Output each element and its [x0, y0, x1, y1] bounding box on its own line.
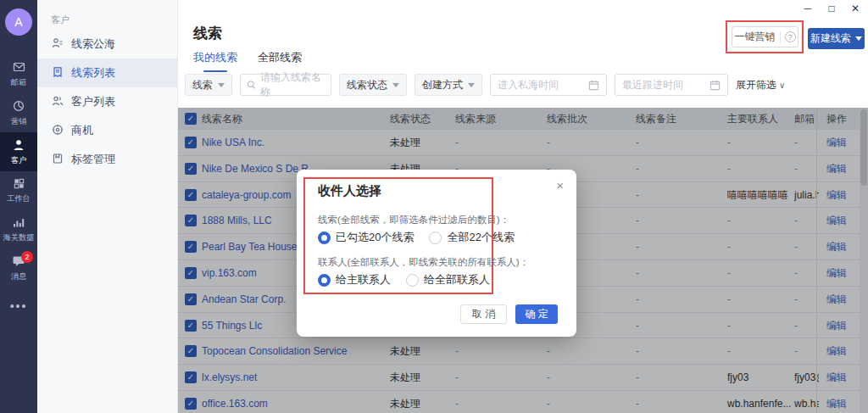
private-sea-time-placeholder: 进入私海时间 [498, 78, 559, 92]
radio-all-leads[interactable]: 全部22个线索 [429, 230, 514, 245]
lead-status-dropdown[interactable]: 线索状态 [339, 74, 407, 96]
bookmark-icon [52, 153, 64, 167]
rail-item-label: 营销 [11, 116, 26, 127]
modal-close-icon[interactable]: × [556, 178, 564, 193]
create-method-dropdown-label: 创建方式 [422, 78, 463, 92]
radio-off-icon[interactable] [406, 274, 419, 287]
mail-icon [12, 60, 26, 74]
expand-filters-link[interactable]: 展开筛选 ∨ [736, 78, 785, 92]
last-followup-time-placeholder: 最近跟进时间 [622, 78, 683, 92]
rail-item-label: 邮箱 [11, 77, 26, 88]
sidebar-nav: 线索公海线索列表客户列表商机标签管理 [37, 30, 177, 174]
rail-item-label: 海关数据 [3, 232, 35, 243]
radio-on-icon[interactable] [318, 232, 331, 244]
pie-chart-icon [12, 99, 25, 113]
private-sea-time-input[interactable]: 进入私海时间 [490, 74, 607, 96]
button-divider [780, 31, 781, 43]
more-menu-button[interactable]: ••• [0, 299, 37, 313]
close-button[interactable]: ✕ [848, 2, 863, 15]
lead-scope-label: 线索(全部线索，即筛选条件过滤后的数目)： [318, 214, 509, 226]
chevron-down-icon [468, 83, 475, 87]
new-lead-label: 新建线索 [810, 31, 851, 46]
contact-scope-label: 联系人(全部联系人，即线索关联的所有联系人)： [318, 256, 529, 269]
message-badge: 2 [21, 251, 33, 263]
sidebar-item-label: 标签管理 [71, 152, 115, 167]
search-placeholder: 请输入线索名称 [260, 70, 325, 99]
rail-item-mail[interactable]: 邮箱 [0, 54, 37, 93]
rail-item-customers[interactable]: 客户 [0, 132, 37, 171]
lead-field-dropdown-label: 线索 [192, 78, 213, 92]
last-followup-time-input[interactable]: 最近跟进时间 [615, 74, 728, 96]
window-controls: ─ □ ✕ [800, 2, 863, 15]
radio-primary-contact[interactable]: 给主联系人 [318, 272, 391, 287]
create-method-dropdown[interactable]: 创建方式 [415, 74, 482, 96]
new-lead-button[interactable]: 新建线索 [808, 28, 865, 49]
sidebar-item-label: 线索公海 [71, 36, 115, 52]
lead-field-dropdown[interactable]: 线索 [185, 74, 232, 96]
radio-on-icon[interactable] [318, 274, 331, 287]
radio-primary-contact-label: 给主联系人 [336, 272, 391, 287]
filter-bar: 线索 请输入线索名称 线索状态 创建方式 进入私海时间 最近跟进时间 展开筛选 … [185, 74, 785, 96]
modal-footer: 取 消 确 定 [460, 304, 558, 324]
radio-selected-leads-label: 已勾选20个线索 [336, 230, 414, 245]
rail-item-messages[interactable]: 消息2 [0, 248, 37, 287]
sidebar-item-lead-list[interactable]: 线索列表 [37, 59, 177, 87]
chevron-down-icon [218, 83, 225, 87]
radio-all-leads-label: 全部22个线索 [447, 230, 514, 245]
avatar[interactable]: A [5, 8, 32, 36]
page-title: 线索 [193, 24, 222, 43]
modal-title: 收件人选择 [318, 183, 381, 199]
one-click-marketing-label: 一键营销 [735, 30, 776, 44]
lead-scope-radio-group: 已勾选20个线索 全部22个线索 [318, 230, 515, 245]
tab-all-leads[interactable]: 全部线索 [258, 50, 302, 72]
chevron-down-icon: ∨ [779, 81, 785, 90]
calendar-icon [709, 80, 721, 91]
person-icon [12, 138, 25, 152]
confirm-button[interactable]: 确 定 [515, 304, 558, 324]
contact-scope-radio-group: 给主联系人 给全部联系人 [318, 272, 490, 287]
lead-tabs: 我的线索 全部线索 [193, 50, 302, 72]
sidebar-section-label: 客户 [37, 0, 177, 30]
rail-item-label: 消息 [11, 271, 26, 282]
sidebar-item-label: 客户列表 [71, 94, 115, 109]
rail-item-customs-data[interactable]: 海关数据 [0, 209, 37, 248]
sidebar-item-opportunity[interactable]: 商机 [37, 116, 177, 145]
bar-chart-icon [12, 215, 25, 229]
chevron-down-icon [855, 36, 862, 41]
primary-nav-rail: A 邮箱营销客户工作台海关数据消息2 ••• [0, 0, 37, 413]
expand-filters-label: 展开筛选 [736, 78, 776, 92]
rail-nav: 邮箱营销客户工作台海关数据消息2 [0, 54, 37, 287]
sidebar-item-tag-management[interactable]: 标签管理 [37, 145, 177, 174]
calendar-icon [588, 80, 599, 91]
one-click-marketing-button[interactable]: 一键营销 ? [732, 26, 798, 47]
rail-item-label: 工作台 [7, 193, 31, 204]
person-list-icon [52, 37, 64, 52]
rail-item-marketing[interactable]: 营销 [0, 93, 37, 132]
sidebar-item-label: 商机 [71, 123, 93, 138]
secondary-sidebar: 客户 线索公海线索列表客户列表商机标签管理 [37, 0, 178, 413]
grid-icon [13, 177, 25, 190]
lead-name-search-input[interactable]: 请输入线索名称 [240, 74, 331, 96]
sidebar-item-label: 线索列表 [71, 65, 115, 81]
rail-item-workbench[interactable]: 工作台 [0, 171, 37, 209]
cancel-button[interactable]: 取 消 [460, 304, 507, 324]
radio-selected-leads[interactable]: 已勾选20个线索 [318, 230, 414, 245]
radio-off-icon[interactable] [429, 232, 442, 244]
recipient-picker-modal: 收件人选择 × 线索(全部线索，即筛选条件过滤后的数目)： 已勾选20个线索 全… [297, 170, 576, 337]
sidebar-item-customer-list[interactable]: 客户列表 [37, 87, 177, 116]
maximize-button[interactable]: □ [824, 2, 839, 15]
chevron-down-icon [392, 83, 399, 87]
people-icon [52, 95, 64, 109]
help-icon[interactable]: ? [785, 31, 796, 42]
target-icon [52, 124, 64, 138]
rail-item-label: 客户 [11, 155, 26, 166]
search-icon [247, 80, 256, 90]
list-doc-icon [52, 66, 64, 81]
tab-my-leads[interactable]: 我的线索 [193, 50, 237, 72]
minimize-button[interactable]: ─ [800, 2, 815, 15]
radio-all-contacts[interactable]: 给全部联系人 [406, 272, 490, 287]
lead-status-dropdown-label: 线索状态 [347, 78, 387, 92]
sidebar-item-lead-pool[interactable]: 线索公海 [37, 30, 177, 59]
radio-all-contacts-label: 给全部联系人 [424, 272, 490, 287]
